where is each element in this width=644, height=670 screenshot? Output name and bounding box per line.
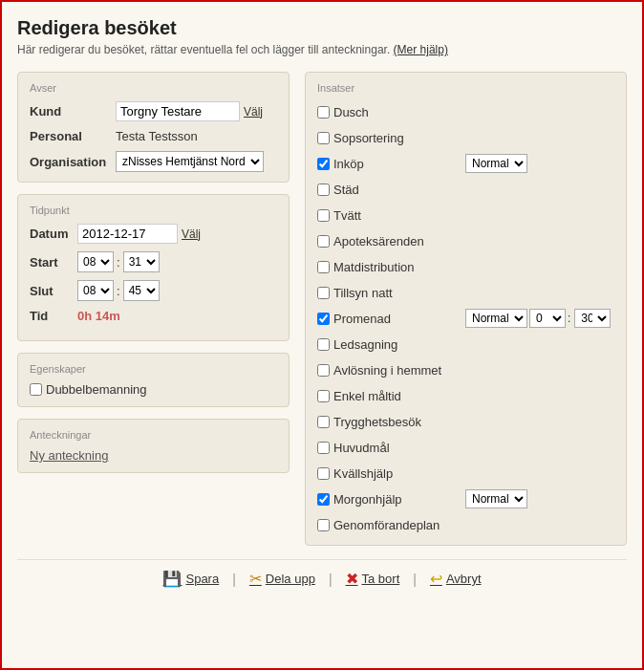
footer-toolbar: 💾 Spara | ✂ Dela upp | ✖ Ta bort | ↩ Avb… (17, 559, 627, 597)
insats-row-ledsagning: Ledsagning (317, 334, 614, 355)
dela-button[interactable]: ✂ Dela upp (249, 570, 315, 588)
insatser-panel: Insatser Dusch Sopsortering Inköp Normal (305, 72, 627, 546)
promenad-hour-select[interactable]: 0 (529, 309, 566, 328)
checkbox-morgonhjälp[interactable] (317, 493, 330, 506)
start-row: Start 08 : 31 (30, 251, 277, 272)
avser-title: Avser (30, 82, 277, 94)
tabort-label: Ta bort (362, 572, 400, 586)
spara-button[interactable]: 💾 Spara (162, 570, 219, 588)
anteckningar-title: Anteckningar (30, 429, 277, 441)
start-min-select[interactable]: 31 (123, 251, 160, 272)
label-inkop: Inköp (333, 157, 458, 171)
kund-input[interactable] (116, 101, 240, 121)
checkbox-inkop[interactable] (317, 158, 330, 170)
label-tvatt: Tvätt (333, 208, 458, 223)
start-hour-select[interactable]: 08 (77, 251, 114, 272)
egenskaper-panel: Egenskaper Dubbelbemanning (17, 353, 290, 407)
checkbox-tvatt[interactable] (317, 209, 330, 222)
ny-anteckning-link[interactable]: Ny anteckning (30, 448, 108, 463)
slut-hour-select[interactable]: 08 (77, 280, 114, 301)
avbryt-icon: ↩ (430, 570, 442, 588)
egenskaper-title: Egenskaper (30, 363, 277, 375)
checkbox-huvudmal[interactable] (317, 442, 330, 454)
insats-row-kvallshjälp: Kvällshjälp (317, 463, 614, 484)
tabort-button[interactable]: ✖ Ta bort (346, 570, 400, 588)
checkbox-avlosning[interactable] (317, 364, 330, 377)
right-column: Insatser Dusch Sopsortering Inköp Normal (305, 72, 627, 546)
page-wrapper: Redigera besöket Här redigerar du besöke… (0, 0, 644, 670)
kund-valj-link[interactable]: Välj (244, 105, 263, 119)
checkbox-promenad[interactable] (317, 313, 330, 325)
slut-label: Slut (30, 284, 77, 298)
checkbox-apoteksarenden[interactable] (317, 235, 330, 248)
checkbox-tillsyn-natt[interactable] (317, 287, 330, 299)
dubbelbemanning-row: Dubbelbemanning (30, 382, 277, 397)
insatser-title: Insatser (317, 82, 614, 94)
datum-row: Datum Välj (30, 224, 277, 244)
insats-row-genomforandeplan: Genomförandeplan (317, 514, 614, 535)
checkbox-trygghetsbesok[interactable] (317, 416, 330, 428)
label-sopsortering: Sopsortering (333, 131, 458, 145)
label-genomforandeplan: Genomförandeplan (333, 518, 458, 532)
morgonhjälp-select[interactable]: Normal (465, 489, 527, 508)
help-link[interactable]: (Mer hjälp) (394, 43, 448, 56)
insats-row-promenad: Promenad Normal 0 : 30 (317, 308, 614, 329)
label-tillsyn-natt: Tillsyn natt (333, 286, 458, 300)
dubbelbemanning-checkbox[interactable] (30, 383, 42, 396)
start-label: Start (30, 255, 77, 270)
promenad-time-sep: : (568, 312, 570, 325)
organisation-row: Organisation zNisses Hemtjänst Nord (30, 151, 277, 172)
page-subtitle: Här redigerar du besöket, rättar eventue… (17, 43, 627, 56)
spara-label: Spara (185, 572, 219, 586)
kund-row: Kund Välj (30, 101, 277, 121)
avbryt-label: Avbryt (446, 572, 482, 586)
label-apoteksarenden: Apoteksärenden (333, 234, 458, 249)
organisation-select[interactable]: zNisses Hemtjänst Nord (116, 151, 264, 172)
insats-row-enkel-maltid: Enkel måltid (317, 385, 614, 406)
page-title: Redigera besöket (17, 17, 627, 39)
label-dusch: Dusch (333, 105, 458, 119)
inkop-select[interactable]: Normal (465, 154, 527, 173)
label-ledsagning: Ledsagning (333, 337, 458, 352)
slut-min-select[interactable]: 45 (123, 280, 160, 301)
slut-sep: : (117, 284, 120, 298)
avser-panel: Avser Kund Välj Personal Testa Testsson … (17, 72, 290, 183)
datum-input[interactable] (77, 224, 178, 244)
label-morgonhjälp: Morgonhjälp (333, 492, 458, 507)
insats-row-tvätt: Tvätt (317, 205, 614, 226)
checkbox-ledsagning[interactable] (317, 338, 330, 351)
promenad-select[interactable]: Normal (465, 309, 527, 328)
promenad-min-select[interactable]: 30 (574, 309, 611, 328)
checkbox-genomforandeplan[interactable] (317, 519, 330, 531)
insats-row-avlosning: Avlösning i hemmet (317, 359, 614, 380)
checkbox-matdistribution[interactable] (317, 261, 330, 273)
checkbox-kvallshjälp[interactable] (317, 467, 330, 480)
checkbox-enkel-maltid[interactable] (317, 390, 330, 402)
anteckningar-panel: Anteckningar Ny anteckning (17, 419, 290, 473)
label-enkel-maltid: Enkel måltid (333, 389, 458, 403)
insats-row-morgonhjälp: Morgonhjälp Normal (317, 488, 614, 509)
label-kvallshjälp: Kvällshjälp (333, 466, 458, 481)
tidpunkt-panel: Tidpunkt Datum Välj Start 08 : 31 (17, 194, 290, 341)
main-layout: Avser Kund Välj Personal Testa Testsson … (17, 72, 627, 546)
checkbox-stad[interactable] (317, 184, 330, 196)
label-trygghetsbesok: Trygghetsbesök (333, 415, 458, 429)
datum-valj-link[interactable]: Välj (182, 227, 201, 241)
checkbox-dusch[interactable] (317, 106, 330, 119)
insats-row-huvudmal: Huvudmål (317, 437, 614, 458)
personal-label: Personal (30, 129, 116, 143)
dela-icon: ✂ (249, 570, 262, 588)
sep2: | (329, 572, 333, 587)
personal-row: Personal Testa Testsson (30, 129, 277, 143)
tidpunkt-title: Tidpunkt (30, 205, 277, 216)
insats-row-inkop: Inköp Normal (317, 153, 614, 174)
label-huvudmal: Huvudmål (333, 441, 458, 455)
datum-label: Datum (30, 227, 77, 241)
kund-label: Kund (30, 104, 116, 119)
insats-row-trygghetsbesok: Trygghetsbesök (317, 411, 614, 432)
avbryt-button[interactable]: ↩ Avbryt (430, 570, 482, 588)
personal-value: Testa Testsson (116, 129, 198, 143)
checkbox-sopsortering[interactable] (317, 132, 330, 144)
insats-row-matdistribution: Matdistribution (317, 256, 614, 277)
insats-row-sopsortering: Sopsortering (317, 127, 614, 148)
